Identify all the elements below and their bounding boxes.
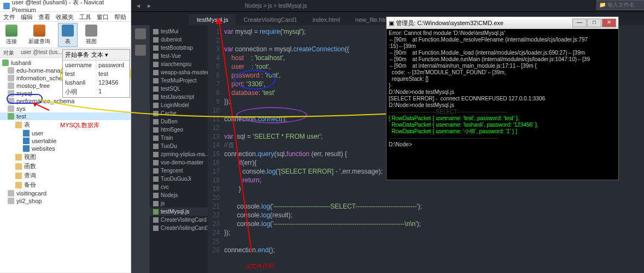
tree-item[interactable]: websites: [0, 145, 131, 152]
file-tree-item[interactable]: testMysql.js: [150, 207, 208, 216]
minimize-button[interactable]: —: [572, 19, 587, 27]
folder-icon: 📁: [599, 2, 606, 8]
tree-item[interactable]: user: [0, 129, 131, 137]
cmd-line: ←[90m at Function.Module._resolveFilenam…: [389, 37, 616, 43]
file-tree-item[interactable]: testMui: [150, 27, 208, 35]
menu-item[interactable]: 编辑: [21, 13, 33, 20]
file-tree-item[interactable]: vue-demo-master: [150, 158, 208, 167]
file-tree-item[interactable]: testSQL: [150, 85, 208, 93]
file-explorer[interactable]: testMuidubeniottestBootstraptest-Vuexiao…: [150, 25, 208, 273]
begin-transaction[interactable]: 开始事务: [65, 51, 89, 59]
code-line[interactable]: 21 console.log('------------------------…: [208, 202, 644, 211]
editor-tab[interactable]: CreateVisitingCard1: [236, 14, 305, 25]
tree-item[interactable]: usertable: [0, 137, 131, 145]
table-header: username password: [63, 61, 130, 69]
code-line[interactable]: 26connection.end();: [208, 246, 644, 254]
file-tree-item[interactable]: testJavascript: [150, 93, 208, 101]
cmd-line: D:\Node>node testMysql.js: [389, 89, 616, 96]
toolbar-btn[interactable]: 连接: [2, 23, 21, 46]
file-tree-item[interactable]: TuoDu: [150, 142, 208, 150]
tree-item[interactable]: 查询: [0, 171, 131, 180]
file-tree-item[interactable]: js: [150, 199, 208, 207]
toolbar-btn[interactable]: 视图: [82, 23, 101, 46]
cmd-line: Error: Cannot find module 'D:\Node\testM…: [389, 30, 616, 37]
back-icon[interactable]: ◄: [136, 3, 141, 9]
cmd-line: D:\Node>: [389, 141, 616, 148]
file-tree-item[interactable]: dubeniot: [150, 35, 208, 44]
tree-item[interactable]: 函数: [0, 162, 131, 171]
menu-item[interactable]: 查看: [38, 13, 50, 20]
navicat-panel: user @test (lushanli) - 表 - Navicat Prem…: [0, 0, 131, 273]
file-tree-item[interactable]: Cache: [150, 109, 208, 117]
table-row[interactable]: lushanli123456: [63, 78, 130, 87]
maximize-button[interactable]: □: [587, 19, 601, 27]
file-tree-item[interactable]: CreateVisitingCard: [150, 216, 208, 224]
file-tree-item[interactable]: TestMuiProject: [150, 76, 208, 85]
search-icon[interactable]: [135, 45, 146, 56]
toolbar-btn[interactable]: 新建查询: [25, 23, 54, 46]
cmd-line: :15)←[39m: [389, 43, 616, 50]
popup-toolbar[interactable]: 开始事务 文本 ▾: [63, 50, 130, 61]
tree-item[interactable]: performance_schema: [0, 97, 131, 105]
file-tree-item[interactable]: Tengcent: [150, 167, 208, 175]
menu-bar[interactable]: 文件编辑查看收藏夹工具窗口帮助: [0, 12, 131, 22]
cmd-line: RowDataPacket { username: 'lushanli', pa…: [389, 122, 616, 128]
file-tree-item[interactable]: testBootstrap: [150, 44, 208, 52]
tree-item[interactable]: 视图: [0, 152, 131, 162]
tree-item[interactable]: yii2_shop: [0, 197, 131, 205]
tree-item[interactable]: 备份: [0, 180, 131, 189]
cmd-line: requireStack: []: [389, 76, 616, 82]
code-line[interactable]: 22 console.log(result);: [208, 211, 644, 219]
menu-item[interactable]: 收藏夹: [56, 13, 74, 20]
cmd-line: ←[90m at Function.Module.runMain (intern…: [389, 56, 616, 63]
col-password[interactable]: password: [96, 61, 130, 69]
menu-item[interactable]: 窗口: [97, 13, 109, 20]
menu-item[interactable]: 文件: [3, 13, 15, 20]
file-tree-item[interactable]: LoginModel: [150, 101, 208, 109]
code-line[interactable]: 25: [208, 237, 644, 246]
table-row[interactable]: testtest: [63, 69, 130, 78]
file-tree-item[interactable]: html5geo: [150, 126, 208, 134]
tab-user[interactable]: user @test (lus...: [21, 49, 62, 56]
editor-tab[interactable]: index.html: [305, 14, 348, 25]
menu-item[interactable]: 帮助: [114, 13, 126, 20]
file-tree-item[interactable]: zpming-yiiplus-ma...: [150, 150, 208, 158]
tree-item[interactable]: visitingcard: [0, 189, 131, 197]
cmd-line: --------------------------SELECT--------…: [389, 109, 616, 115]
file-tree-item[interactable]: cvc: [150, 183, 208, 191]
placeholder: 输入文件名: [607, 2, 635, 8]
file-tree-item[interactable]: CreateVisitingCard1: [150, 224, 208, 232]
cmd-output[interactable]: Error: Cannot find module 'D:\Node\testM…: [387, 29, 618, 149]
tree-item[interactable]: sys: [0, 105, 131, 112]
code-line[interactable]: 20: [208, 193, 644, 202]
tree-item[interactable]: test: [0, 112, 131, 120]
file-tree-item[interactable]: TuoDuGuoJi: [150, 175, 208, 183]
col-username[interactable]: username: [63, 61, 96, 69]
menu-item[interactable]: 工具: [79, 13, 91, 20]
cmd-line: RowDataPacket { username: '小明', password…: [389, 128, 616, 135]
toolbar-btn[interactable]: 表: [58, 23, 78, 47]
cmd-line: [ RowDataPacket { username: 'test', pass…: [389, 115, 616, 122]
file-tree-item[interactable]: weapp-ssha-master: [150, 68, 208, 76]
activity-bar[interactable]: [131, 25, 150, 273]
file-tree-item[interactable]: test-Vue: [150, 52, 208, 60]
code-line[interactable]: 23 console.log('------------------------…: [208, 219, 644, 228]
tab-objects[interactable]: 对象: [3, 49, 14, 56]
file-search-input[interactable]: 📁 输入文件名: [596, 0, 644, 10]
editor-tab[interactable]: testMysql.js: [189, 14, 236, 25]
cmd-line: code: ←[32m'MODULE_NOT_FOUND'←[39m,: [389, 69, 616, 76]
app-icon: [3, 3, 10, 9]
file-tree-item[interactable]: Nodejs: [150, 191, 208, 199]
tree-item[interactable]: 表: [0, 120, 131, 129]
file-tree-item[interactable]: xiaochengxu: [150, 60, 208, 68]
file-tree-item[interactable]: DuBen: [150, 117, 208, 126]
table-row[interactable]: 小明1: [63, 87, 130, 97]
text-dropdown[interactable]: 文本 ▾: [91, 51, 108, 59]
file-tree-item[interactable]: Train: [150, 134, 208, 142]
project-icon[interactable]: [135, 28, 146, 39]
fwd-icon[interactable]: ►: [147, 3, 152, 9]
code-line[interactable]: 24});: [208, 228, 644, 237]
cmd-title-bar[interactable]: ▣ 管理员: C:\Windows\system32\CMD.exe — □ ✕: [387, 17, 618, 29]
close-button[interactable]: ✕: [602, 19, 616, 27]
code-line[interactable]: 19 }: [208, 185, 644, 193]
